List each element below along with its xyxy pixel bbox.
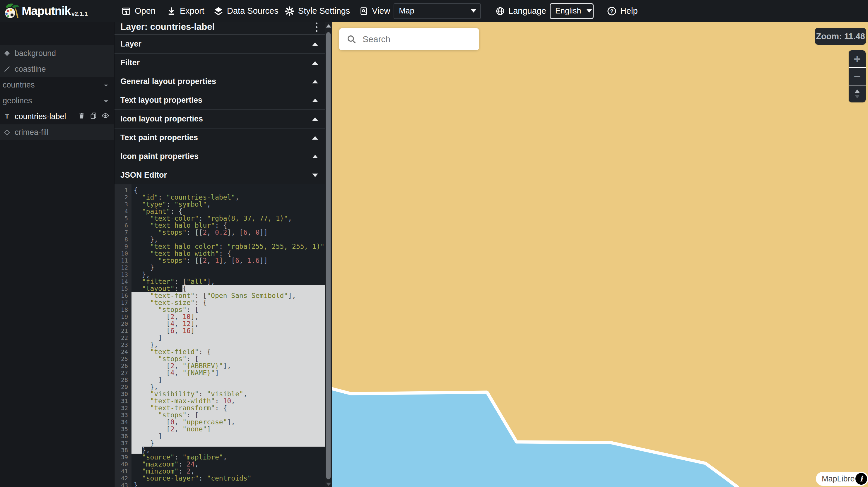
line-number: 3 — [115, 201, 131, 208]
maputnik-logo-icon — [3, 2, 21, 21]
line-number: 18 — [115, 306, 131, 313]
gear-icon — [285, 6, 294, 16]
section-icon-paint-properties[interactable]: Icon paint properties — [115, 147, 325, 166]
json-editor-code: { "id": "countries-label", "type": "symb… — [131, 184, 325, 487]
chevron-up-icon — [312, 136, 318, 140]
export-button[interactable]: Export — [166, 0, 205, 22]
sidebar-item-geolines[interactable]: geolines — [0, 93, 114, 108]
line-number: 24 — [115, 348, 131, 355]
style-settings-button[interactable]: Style Settings — [285, 0, 350, 22]
info-icon[interactable]: i — [856, 473, 867, 485]
line-number: 26 — [115, 362, 131, 369]
open-button[interactable]: Open — [121, 0, 155, 22]
export-icon — [166, 6, 176, 16]
top-toolbar: Maputnik v2.1.1 Open Export Data Sou — [0, 0, 868, 22]
map-zoom-controls: + − — [849, 50, 866, 102]
scrollbar-down-icon[interactable] — [326, 483, 331, 486]
layer-list: backgroundcoastlinecountriesgeolinesTcou… — [0, 45, 114, 140]
line-number: 10 — [115, 250, 131, 257]
zoom-in-button[interactable]: + — [849, 50, 866, 67]
app-title: Maputnik — [22, 0, 71, 22]
layer-editor-title: Layer: countries-label — [120, 22, 325, 35]
pitch-toggle-button[interactable] — [849, 85, 866, 102]
code-line: "filter": ["all"], — [131, 278, 325, 285]
language-select-value: English — [555, 6, 581, 15]
json-editor[interactable]: 1234567891011121314151617181920212223242… — [115, 184, 325, 487]
line-number: 42 — [115, 475, 131, 482]
language-select[interactable]: English — [550, 3, 594, 19]
code-line: "text-font": ["Open Sans Semibold"], — [131, 292, 325, 299]
code-line: "text-transform": { — [131, 404, 325, 412]
code-line: } — [131, 482, 325, 487]
section-icon-layout-properties[interactable]: Icon layout properties — [115, 110, 325, 128]
search-input[interactable] — [362, 34, 479, 44]
code-line: "layout": { — [131, 285, 325, 292]
code-line: [0, "uppercase"], — [131, 419, 325, 426]
code-line: }, — [131, 236, 325, 243]
section-json-editor[interactable]: JSON Editor — [115, 166, 325, 185]
code-line: "text-field": { — [131, 348, 325, 355]
section-filter[interactable]: Filter — [115, 54, 325, 72]
code-line: "stops": [ — [131, 412, 325, 419]
sidebar-item-crimea-fill[interactable]: crimea-fill — [0, 124, 114, 140]
line-number: 4 — [115, 208, 131, 215]
scrollbar-up-icon[interactable] — [326, 24, 331, 28]
style-settings-label: Style Settings — [298, 6, 350, 16]
map-search-box — [339, 28, 479, 50]
line-number: 36 — [115, 432, 131, 440]
section-general-layout-properties[interactable]: General layout properties — [115, 72, 325, 91]
section-layer[interactable]: Layer — [115, 35, 325, 54]
sidebar-item-background[interactable]: background — [0, 45, 114, 61]
sidebar-item-coastline[interactable]: coastline — [0, 61, 114, 77]
line-number: 6 — [115, 222, 131, 229]
section-text-layout-properties[interactable]: Text layout properties — [115, 91, 325, 110]
zoom-out-button[interactable]: − — [849, 67, 866, 85]
code-line: ] — [131, 334, 325, 341]
section-text-paint-properties[interactable]: Text paint properties — [115, 128, 325, 147]
zoom-level-badge: Zoom: 11.48 — [815, 28, 866, 45]
layer-editor-header: Layer: countries-label — [115, 22, 325, 35]
chevron-down-icon — [103, 80, 109, 90]
scrollbar-thumb[interactable] — [326, 32, 331, 479]
code-line: "text-halo-blur": { — [131, 222, 325, 229]
map-canvas[interactable]: Zoom: 11.48 + − MapLibre i — [332, 22, 868, 487]
section-label: General layout properties — [120, 77, 216, 86]
maputnik-app: Maputnik v2.1.1 Open Export Data Sou — [0, 0, 868, 487]
section-label: Icon paint properties — [120, 152, 198, 161]
line-number: 41 — [115, 468, 131, 475]
property-sections: LayerFilterGeneral layout propertiesText… — [115, 35, 325, 185]
code-line: "type": "symbol", — [131, 201, 325, 208]
help-icon: ? — [607, 6, 617, 16]
layer-menu-kebab-icon[interactable] — [316, 23, 317, 32]
app-version: v2.1.1 — [71, 10, 88, 17]
code-line: [2, "none"] — [131, 426, 325, 432]
line-number: 13 — [115, 271, 131, 278]
data-sources-button[interactable]: Data Sources — [214, 0, 279, 22]
view-select[interactable]: Map — [394, 3, 481, 19]
section-label: Icon layout properties — [120, 115, 203, 124]
delete-layer-icon[interactable] — [78, 112, 86, 122]
code-line: "stops": [ — [131, 306, 325, 313]
code-line: ] — [131, 377, 325, 383]
line-number: 19 — [115, 313, 131, 320]
line-number: 31 — [115, 397, 131, 404]
line-number: 21 — [115, 327, 131, 334]
line-number: 20 — [115, 320, 131, 327]
sidebar-item-countries[interactable]: countries — [0, 77, 114, 93]
layers-sidebar: Layers Expand Add Layer backgroundcoastl… — [0, 22, 115, 487]
code-line: } — [131, 440, 325, 447]
line-number: 33 — [115, 412, 131, 419]
line-number: 14 — [115, 278, 131, 285]
duplicate-layer-icon[interactable] — [90, 112, 97, 122]
visibility-icon[interactable] — [101, 112, 110, 122]
help-button[interactable]: ? Help — [607, 0, 638, 22]
code-line: "stops": [ — [131, 355, 325, 362]
section-label: Text layout properties — [120, 96, 203, 105]
globe-icon — [496, 6, 505, 16]
text-icon: T — [3, 113, 11, 120]
sidebar-item-countries-label[interactable]: Tcountries-label — [0, 108, 114, 124]
attribution-link[interactable]: MapLibre — [822, 475, 855, 484]
line-number: 28 — [115, 377, 131, 383]
code-line: }, — [131, 271, 325, 278]
layer-label: background — [14, 49, 56, 58]
